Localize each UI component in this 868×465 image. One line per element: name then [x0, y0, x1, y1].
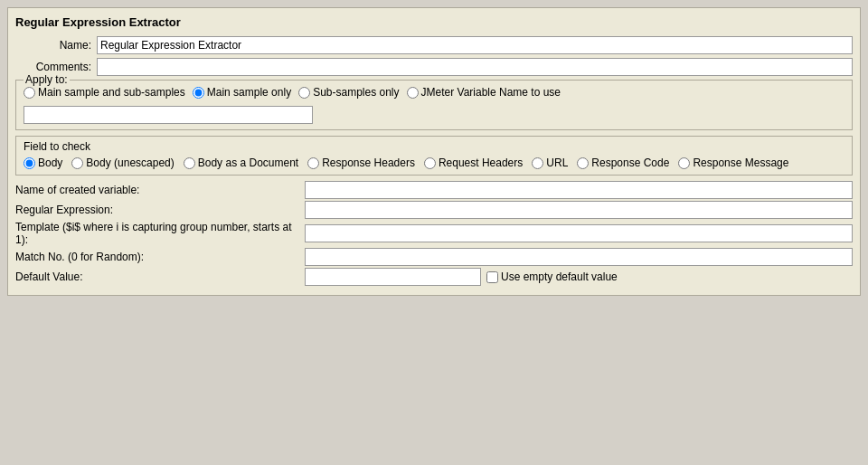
default-value-row: Default Value: Use empty default value [15, 268, 853, 286]
field-response-headers-label: Response Headers [322, 157, 415, 169]
field-check-radio-group: Body Body (unescaped) Body as a Document… [24, 157, 844, 169]
field-body-radio[interactable] [24, 157, 35, 169]
field-url-radio[interactable] [532, 157, 543, 169]
created-variable-row: Name of created variable: [15, 181, 853, 199]
default-value-input[interactable] [305, 268, 481, 286]
apply-to-label: Apply to: [24, 73, 70, 86]
regex-label: Regular Expression: [15, 204, 305, 216]
apply-main-only-label: Main sample only [207, 86, 291, 99]
comments-label: Comments: [15, 61, 97, 73]
apply-jmeter-var-label: JMeter Variable Name to use [421, 86, 561, 99]
apply-jmeter-var-radio[interactable] [407, 87, 419, 99]
template-input[interactable] [305, 224, 853, 242]
field-body-unescaped-item[interactable]: Body (unescaped) [71, 157, 174, 169]
field-to-check-section: Field to check Body Body (unescaped) Bod… [15, 136, 853, 176]
apply-to-radio-group: Main sample and sub-samples Main sample … [24, 86, 844, 124]
field-response-message-radio[interactable] [678, 157, 690, 169]
comments-row: Comments: [15, 58, 853, 76]
apply-main-sub-item[interactable]: Main sample and sub-samples [24, 86, 185, 99]
field-body-document-label: Body as a Document [198, 157, 298, 169]
created-variable-input[interactable] [305, 181, 853, 199]
panel: Regular Expression Extractor Name: Comme… [7, 7, 861, 296]
field-response-code-item[interactable]: Response Code [577, 157, 669, 169]
name-row: Name: [15, 36, 853, 54]
use-empty-default-label: Use empty default value [501, 270, 618, 283]
panel-title: Regular Expression Extractor [15, 15, 853, 29]
apply-sub-only-label: Sub-samples only [313, 86, 399, 99]
template-row: Template ($i$ where i is capturing group… [15, 221, 853, 246]
name-label: Name: [15, 39, 97, 52]
field-to-check-label: Field to check [24, 140, 844, 153]
default-value-label: Default Value: [15, 270, 305, 283]
match-no-row: Match No. (0 for Random): [15, 248, 853, 266]
field-body-document-radio[interactable] [184, 157, 195, 169]
apply-main-only-item[interactable]: Main sample only [193, 86, 291, 99]
name-input[interactable] [97, 36, 853, 54]
field-url-label: URL [546, 157, 568, 169]
jmeter-var-input[interactable] [24, 106, 313, 124]
template-label: Template ($i$ where i is capturing group… [15, 221, 305, 246]
field-response-headers-item[interactable]: Response Headers [307, 157, 415, 169]
field-body-document-item[interactable]: Body as a Document [184, 157, 298, 169]
use-empty-default-checkbox[interactable] [486, 271, 498, 283]
main-container: Regular Expression Extractor Name: Comme… [0, 0, 868, 465]
field-response-message-item[interactable]: Response Message [678, 157, 788, 169]
apply-to-section: Apply to: Main sample and sub-samples Ma… [15, 80, 853, 130]
field-request-headers-item[interactable]: Request Headers [424, 157, 523, 169]
apply-jmeter-var-item[interactable]: JMeter Variable Name to use [407, 86, 561, 99]
field-body-item[interactable]: Body [24, 157, 62, 169]
regex-input[interactable] [305, 201, 853, 219]
apply-sub-only-radio[interactable] [298, 87, 310, 99]
apply-main-only-radio[interactable] [193, 87, 204, 99]
apply-main-sub-radio[interactable] [24, 87, 35, 99]
bottom-form: Name of created variable: Regular Expres… [15, 181, 853, 286]
field-response-headers-radio[interactable] [307, 157, 319, 169]
field-request-headers-radio[interactable] [424, 157, 436, 169]
apply-sub-only-item[interactable]: Sub-samples only [298, 86, 399, 99]
regex-row: Regular Expression: [15, 201, 853, 219]
match-no-input[interactable] [305, 248, 853, 266]
field-response-code-label: Response Code [591, 157, 669, 169]
created-variable-label: Name of created variable: [15, 184, 305, 196]
field-request-headers-label: Request Headers [439, 157, 523, 169]
field-body-unescaped-radio[interactable] [71, 157, 83, 169]
field-body-unescaped-label: Body (unescaped) [86, 157, 174, 169]
field-body-label: Body [38, 157, 62, 169]
field-response-message-label: Response Message [693, 157, 788, 169]
field-response-code-radio[interactable] [577, 157, 589, 169]
comments-input[interactable] [97, 58, 853, 76]
field-url-item[interactable]: URL [532, 157, 568, 169]
apply-main-sub-label: Main sample and sub-samples [38, 86, 185, 99]
match-no-label: Match No. (0 for Random): [15, 251, 305, 263]
use-empty-default-item[interactable]: Use empty default value [486, 270, 618, 283]
